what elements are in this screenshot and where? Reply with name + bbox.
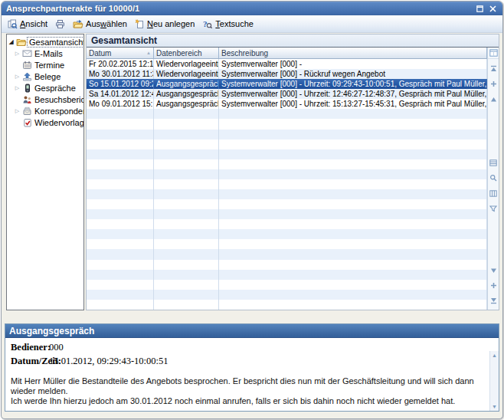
cell-beschreibung: Systemverwalter [000] - (219, 59, 487, 69)
cell-beschreibung (219, 290, 487, 300)
toolbar-button-drucken[interactable] (52, 18, 70, 31)
table-row-empty[interactable] (87, 179, 487, 189)
cell-bereich (154, 199, 219, 209)
table-row[interactable]: So 15.01.2012 09:29AusgangsgesprächSyste… (87, 79, 487, 89)
scroll-up-icon[interactable]: ▲ (492, 353, 497, 358)
window-title: Ansprechpartnerakte für 10000/1 (6, 4, 472, 13)
detail-field: Datum/Zeit:15.01.2012, 09:29:43-10:00:51 (11, 356, 486, 367)
form-view-button[interactable] (489, 186, 497, 200)
table-row-empty[interactable] (87, 169, 487, 179)
tree-item-korrespondenzen[interactable]: ▷Korrespondenzen (7, 105, 83, 116)
grid-heading: Gesamtansicht (87, 34, 499, 48)
tree-item-gesamtansicht[interactable]: ◢Gesamtansicht (7, 36, 83, 48)
column-chooser-button[interactable] (488, 48, 499, 59)
detail-field-label: Datum/Zeit: (11, 356, 49, 367)
cell-beschreibung (219, 270, 487, 280)
detail-scrollbar[interactable]: ▲ ▼ (489, 351, 499, 411)
column-header-beschreibung[interactable]: Beschreibung (219, 48, 487, 58)
cell-datum: Sa 14.01.2012 12:46 (87, 89, 154, 99)
grid-view-button[interactable] (489, 156, 497, 169)
cell-bereich (154, 189, 219, 199)
toolbar-button-ansicht[interactable]: Ansicht (5, 18, 52, 31)
restore-icon[interactable] (475, 5, 485, 13)
scroll-up-icon (490, 97, 497, 103)
tree-item-gespr-che[interactable]: ▷Gespräche (7, 82, 83, 94)
cell-beschreibung: Systemverwalter [000] - Uhrzeit: 15:13:2… (219, 99, 487, 109)
search-icon (489, 174, 497, 182)
scroll-down-button[interactable] (490, 263, 497, 277)
column-header-datenbereich[interactable]: Datenbereich (154, 48, 219, 58)
cell-beschreibung: Systemverwalter [000] - Uhrzeit: 12:46:2… (219, 89, 487, 99)
tree-item-e-mails[interactable]: ▷E-Mails (7, 48, 83, 59)
table-row-empty[interactable] (87, 109, 487, 119)
record-add-icon (490, 282, 497, 289)
grid-view-icon (489, 159, 497, 166)
table-row-empty[interactable] (87, 119, 487, 129)
table-row-empty[interactable] (87, 270, 487, 280)
table-row[interactable]: Mo 09.01.2012 15:13AusgangsgesprächSyste… (87, 99, 487, 109)
cell-bereich: Ausgangsgespräch (154, 99, 219, 109)
table-row-empty[interactable] (87, 229, 487, 239)
column-header-label: Beschreibung (221, 49, 268, 57)
followup-icon (23, 118, 32, 127)
cell-bereich (154, 130, 219, 139)
table-row-empty[interactable] (87, 199, 487, 209)
cell-datum (87, 270, 154, 280)
expander-closed-icon[interactable]: ▷ (13, 85, 21, 91)
table-row-empty[interactable] (87, 300, 487, 310)
cell-beschreibung (219, 189, 487, 199)
tree-item-belege[interactable]: ▷Belege (7, 71, 83, 82)
table-row-empty[interactable] (87, 219, 487, 229)
cell-bereich (154, 300, 219, 310)
table-row-empty[interactable] (87, 290, 487, 300)
table-row-empty[interactable] (87, 209, 487, 219)
toolbar-button-neu-anlegen[interactable]: Neu anlegen (132, 18, 199, 31)
table-row-empty[interactable] (87, 239, 487, 249)
tree-item-wiedervorlagen[interactable]: Wiedervorlagen (7, 116, 83, 128)
svg-text:?: ? (203, 19, 208, 28)
cell-datum: Fr 20.02.2015 12:18 (87, 59, 154, 69)
table-row-empty[interactable] (87, 159, 487, 169)
cell-datum (87, 149, 154, 159)
record-add-button[interactable] (490, 278, 497, 292)
scroll-down-icon[interactable]: ▼ (492, 404, 497, 409)
scroll-up-button[interactable] (490, 92, 497, 106)
cell-beschreibung (219, 159, 487, 169)
table-row[interactable]: Fr 20.02.2015 12:18WiedervorlageeintragS… (87, 59, 487, 69)
toolbar-button-textsuche[interactable]: ?Textsuche (199, 18, 258, 31)
detail-text: Mit Herr Müller die Bestandteile des Ang… (11, 376, 486, 406)
scroll-first-button[interactable] (490, 61, 497, 75)
table-row-empty[interactable] (87, 149, 487, 159)
title-bar: Ansprechpartnerakte für 10000/1 (2, 2, 502, 15)
close-icon[interactable] (488, 5, 498, 13)
table-row-empty[interactable] (87, 139, 487, 149)
table-row[interactable]: Sa 14.01.2012 12:46AusgangsgesprächSyste… (87, 89, 487, 99)
table-row-empty[interactable] (87, 249, 487, 259)
cell-beschreibung (219, 219, 487, 229)
filter-button[interactable] (489, 202, 497, 215)
expander-closed-icon[interactable]: ▷ (13, 74, 21, 80)
search-button[interactable] (489, 171, 497, 185)
toolbar-button-label: Auswählen (86, 19, 127, 28)
cell-datum: So 15.01.2012 09:29 (87, 79, 154, 89)
column-header-datum[interactable]: Datum▲ (87, 48, 154, 58)
table-row[interactable]: Mo 30.01.2012 11:30WiedervorlageeintragS… (87, 69, 487, 79)
cell-beschreibung (219, 169, 487, 179)
table-row-empty[interactable] (87, 280, 487, 290)
record-add-button[interactable] (490, 77, 497, 90)
toolbar-button-auswaehlen[interactable]: Auswählen (70, 18, 132, 31)
expander-open-icon[interactable]: ◢ (7, 38, 15, 45)
cell-bereich: Ausgangsgespräch (154, 79, 219, 89)
tree-item-label: Termine (33, 61, 66, 70)
tree-item-besuchsberichte[interactable]: Besuchsberichte (7, 94, 83, 105)
table-row-empty[interactable] (87, 260, 487, 270)
cell-datum (87, 280, 154, 290)
cell-datum (87, 290, 154, 300)
expander-closed-icon[interactable]: ▷ (13, 108, 21, 114)
scroll-last-button[interactable] (490, 294, 497, 307)
tree-item-termine[interactable]: Termine (7, 59, 83, 71)
detail-panel-title: Ausgangsgespräch (5, 324, 499, 338)
table-row-empty[interactable] (87, 189, 487, 199)
expander-closed-icon[interactable]: ▷ (13, 51, 21, 57)
table-row-empty[interactable] (87, 130, 487, 139)
